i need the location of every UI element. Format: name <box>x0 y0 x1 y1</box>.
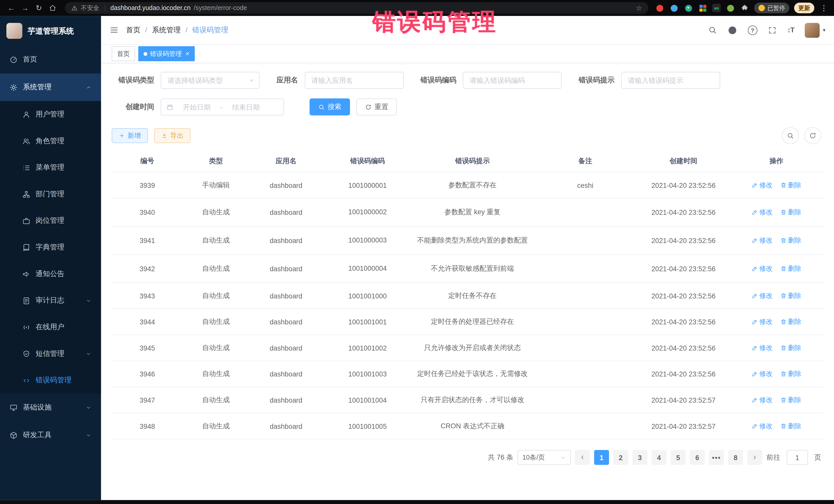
error-hint-input[interactable] <box>621 72 720 89</box>
cell-type: 自动生成 <box>183 361 249 387</box>
sidebar-item-error-code[interactable]: 错误码管理 <box>0 367 101 394</box>
add-button[interactable]: 新增 <box>112 128 148 143</box>
edit-link[interactable]: 修改 <box>751 344 773 353</box>
sidebar-item-post[interactable]: 岗位管理 <box>0 207 101 234</box>
cell-number: 3945 <box>112 335 183 360</box>
breadcrumb-item[interactable]: 首页 <box>126 25 140 35</box>
cell-message: 只有开启状态的任务，才可以修改 <box>412 388 533 413</box>
delete-link[interactable]: 删除 <box>780 207 802 217</box>
page-button-2[interactable]: 2 <box>613 450 628 465</box>
page-button-1[interactable]: 1 <box>594 450 609 465</box>
sidebar-item-user[interactable]: 用户管理 <box>0 101 101 128</box>
tab-close-icon[interactable]: × <box>185 50 190 58</box>
update-button[interactable]: 更新 <box>794 3 814 13</box>
error-type-select[interactable] <box>161 72 260 89</box>
breadcrumb-item[interactable]: 系统管理 <box>152 25 181 35</box>
tab-错误码管理[interactable]: 错误码管理× <box>138 46 195 61</box>
edit-link[interactable]: 修改 <box>751 317 773 326</box>
browser-url-bar[interactable]: 不安全 dashboard.yudao.iocoder.cn/system/er… <box>65 2 649 14</box>
extension-grid-icon[interactable] <box>698 3 707 13</box>
edit-link[interactable]: 修改 <box>751 396 773 405</box>
sidebar-item-online-user[interactable]: 在线用户 <box>0 314 101 341</box>
start-date-input[interactable] <box>176 103 218 111</box>
show-search-button[interactable] <box>782 127 799 144</box>
paused-badge[interactable]: 已暂停 <box>754 3 789 13</box>
edit-link[interactable]: 修改 <box>751 422 773 431</box>
book-icon <box>22 243 30 251</box>
goto-page-input[interactable] <box>787 450 808 465</box>
megaphone-icon <box>22 270 30 278</box>
next-page-button[interactable] <box>747 450 762 465</box>
app-logo[interactable]: 芋道管理系统 <box>0 16 101 46</box>
header-search-icon[interactable] <box>708 25 717 35</box>
sidebar-item-dict[interactable]: 字典管理 <box>0 234 101 261</box>
hamburger-icon[interactable] <box>110 25 118 35</box>
edit-link[interactable]: 修改 <box>751 291 773 300</box>
delete-link[interactable]: 删除 <box>780 181 802 190</box>
delete-link[interactable]: 删除 <box>780 236 802 245</box>
date-range-picker[interactable]: - <box>161 98 284 115</box>
sidebar-item-devtools[interactable]: 研发工具 <box>0 421 101 449</box>
delete-link[interactable]: 删除 <box>780 370 802 378</box>
fullscreen-icon[interactable] <box>768 26 776 35</box>
delete-link[interactable]: 删除 <box>780 291 802 300</box>
sidebar-item-notice[interactable]: 通知公告 <box>0 261 101 287</box>
edit-link[interactable]: 修改 <box>751 370 773 378</box>
browser-menu-icon[interactable]: ⋮ <box>820 4 828 12</box>
sidebar-item-home[interactable]: 首页 <box>0 46 101 73</box>
sidebar-item-audit-log[interactable]: 审计日志 <box>0 287 101 314</box>
extension-green-check-icon[interactable] <box>683 3 693 13</box>
extension-on-icon[interactable]: on <box>712 4 721 12</box>
sidebar-item-sms[interactable]: 短信管理 <box>0 341 101 367</box>
browser-home-icon[interactable] <box>47 2 59 14</box>
bookmark-star-icon[interactable]: ☆ <box>636 4 642 12</box>
extension-puzzle-icon[interactable] <box>740 3 749 13</box>
page-button-8[interactable]: 8 <box>728 450 743 465</box>
extension-leaf-icon[interactable] <box>725 3 735 13</box>
export-button[interactable]: 导出 <box>154 128 191 143</box>
browser-reload-icon[interactable]: ↻ <box>33 2 45 14</box>
page-button-6[interactable]: 6 <box>690 450 705 465</box>
page-size-select[interactable]: 10条/页 <box>518 450 571 465</box>
extension-red-icon[interactable] <box>655 3 664 13</box>
chevron-down-icon <box>86 351 92 357</box>
prev-page-button[interactable] <box>575 450 590 465</box>
delete-link[interactable]: 删除 <box>780 317 802 326</box>
url-divider <box>105 5 105 11</box>
edit-link[interactable]: 修改 <box>751 181 773 190</box>
edit-icon <box>751 182 758 188</box>
sidebar-item-system[interactable]: 系统管理 <box>0 73 101 101</box>
end-date-input[interactable] <box>224 103 267 111</box>
tab-首页[interactable]: 首页 <box>112 46 135 61</box>
browser-forward-icon[interactable]: → <box>19 2 31 14</box>
delete-link[interactable]: 删除 <box>780 344 802 353</box>
delete-link[interactable]: 删除 <box>780 264 802 273</box>
github-icon[interactable] <box>727 25 737 35</box>
app-name-input[interactable] <box>305 72 404 89</box>
sidebar-item-role[interactable]: 角色管理 <box>0 128 101 154</box>
refresh-table-button[interactable] <box>804 127 821 144</box>
filter-app-name: 应用名 <box>277 72 403 89</box>
error-code-input[interactable] <box>463 72 562 89</box>
docs-question-icon[interactable]: ? <box>748 25 757 35</box>
delete-link[interactable]: 删除 <box>780 396 802 405</box>
browser-back-icon[interactable]: ← <box>5 2 17 14</box>
delete-link[interactable]: 删除 <box>780 422 802 431</box>
search-button[interactable]: 搜索 <box>309 98 350 115</box>
reset-button[interactable]: 重置 <box>356 98 397 115</box>
font-size-icon[interactable]: ↕T <box>787 26 794 34</box>
page-button-3[interactable]: 3 <box>632 450 647 465</box>
edit-link[interactable]: 修改 <box>751 207 773 217</box>
user-menu[interactable]: ▾ <box>805 23 826 38</box>
page-button-4[interactable]: 4 <box>652 450 666 465</box>
edit-link[interactable]: 修改 <box>751 264 773 273</box>
edit-link[interactable]: 修改 <box>751 236 773 245</box>
sidebar-item-dept[interactable]: 部门管理 <box>0 181 101 207</box>
extension-blue-icon[interactable] <box>669 3 679 13</box>
cell-ops: 修改删除 <box>729 335 823 360</box>
breadcrumb-item[interactable]: 错误码管理 <box>192 25 228 35</box>
sidebar-item-infra[interactable]: 基础设施 <box>0 394 101 421</box>
sidebar-item-menu[interactable]: 菜单管理 <box>0 154 101 181</box>
page-button-5[interactable]: 5 <box>671 450 686 465</box>
page-more-button[interactable]: ••• <box>709 450 724 465</box>
